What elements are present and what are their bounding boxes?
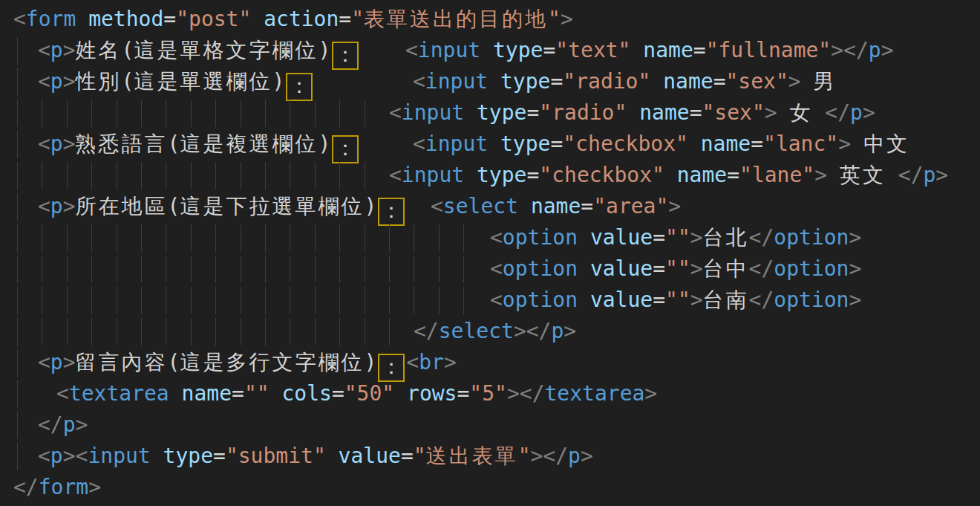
token-text (464, 163, 477, 187)
code-line-12[interactable]: <p>留言內容(這是多行文字欄位)：<br> (0, 347, 980, 378)
token-string: "text" (555, 38, 630, 62)
code-line-2[interactable]: <p>姓名(這是單格文字欄位)：<input type="text" name=… (0, 35, 980, 66)
code-segment: </form> (13, 472, 101, 503)
indent-guide (439, 287, 440, 314)
indent-guide (339, 318, 340, 346)
cjk-text: 台中 (703, 256, 749, 281)
indent-guide (191, 318, 192, 346)
token-attr: method (88, 7, 163, 31)
token-punct: > (668, 194, 681, 218)
token-text: 台南 (703, 288, 749, 312)
cjk-text: 英文 (840, 163, 886, 187)
indent-guide (241, 224, 241, 252)
code-line-13[interactable]: <textarea name="" cols="50" rows="5"></t… (0, 378, 980, 409)
token-punct: > (63, 194, 76, 218)
token-punct: > (444, 350, 457, 374)
token-text: = (457, 381, 469, 406)
indent-guide (463, 287, 464, 314)
indent-guide (141, 318, 142, 346)
indent-guide (67, 256, 68, 283)
indent-guide (365, 256, 365, 283)
token-tag: p (50, 69, 63, 94)
token-punct: < (406, 350, 419, 374)
token-attr: type (163, 444, 213, 468)
indent-guide (17, 193, 18, 221)
indent-guide (290, 287, 290, 314)
token-text (169, 381, 182, 406)
token-punct: > (849, 225, 861, 250)
code-segment: <input type="radio" name="sex"> 女 </p> (389, 97, 875, 129)
token-punct: > (814, 163, 827, 187)
indent-guide (42, 100, 42, 127)
code-line-16[interactable]: </form> (0, 472, 980, 503)
code-line-11[interactable]: </select></p> (0, 316, 980, 347)
indent-guide (215, 287, 216, 314)
token-punct: < (389, 163, 402, 187)
code-segment: <input type="checkbox" name="lane"> 英文 <… (389, 160, 948, 191)
token-text: = (690, 100, 702, 125)
indent-guide (389, 287, 390, 314)
indent-guide (290, 318, 290, 346)
indent-guide (365, 162, 365, 189)
token-tag: option (774, 225, 849, 250)
indent-guide (439, 224, 440, 252)
indent-guide (339, 100, 340, 127)
code-line-5[interactable]: <p>熟悉語言(這是複選欄位)：<input type="checkbox" n… (0, 129, 980, 160)
token-string: "" (244, 381, 270, 406)
cjk-text: 留言內容 (76, 350, 168, 374)
indent-guide (215, 224, 216, 252)
token-punct: ></ (831, 38, 869, 62)
token-punct: > (765, 100, 777, 125)
token-string: "" (665, 256, 690, 281)
code-segment: <option value="">台南</option> (490, 285, 861, 316)
code-line-1[interactable]: <form method="post" action="表單送出的目的地"> (0, 4, 980, 35)
indent-guide (17, 37, 18, 65)
indent-guide (339, 256, 340, 283)
indent-guide (290, 224, 290, 252)
token-punct: < (490, 256, 503, 281)
code-line-3[interactable]: <p>性別(這是單選欄位)：<input type="radio" name="… (0, 66, 980, 97)
indent-guide (117, 100, 117, 127)
token-tag: p (568, 444, 581, 468)
code-line-7[interactable]: <p>所在地區(這是下拉選單欄位)：<select name="area"> (0, 191, 980, 222)
token-punct: > (63, 38, 76, 62)
indent-guide (315, 162, 316, 189)
token-string: "表單送出的目的地" (351, 7, 561, 31)
indent-guide (17, 349, 18, 377)
token-punct: > (849, 288, 861, 312)
code-line-14[interactable]: </p> (0, 409, 980, 441)
token-attr: value (590, 288, 653, 312)
cjk-text: 性別 (76, 69, 122, 94)
token-punct: </ (749, 256, 774, 281)
indent-guide (365, 318, 365, 346)
code-line-6[interactable]: <input type="checkbox" name="lane"> 英文 <… (0, 160, 980, 191)
code-segment: <p>所在地區(這是下拉選單欄位)： (38, 191, 406, 226)
token-tag: p (50, 350, 63, 374)
code-line-4[interactable]: <input type="radio" name="sex"> 女 </p> (0, 97, 980, 129)
cjk-text: 台南 (703, 288, 749, 312)
indent-guide (365, 287, 365, 314)
code-editor[interactable]: <form method="post" action="表單送出的目的地"><p… (0, 0, 980, 506)
indent-guide (265, 224, 266, 252)
token-text (630, 38, 643, 62)
code-segment: <input type="checkbox" name="lanc"> 中文 (413, 129, 909, 160)
token-attr: type (500, 69, 550, 94)
code-line-10[interactable]: <option value="">台南</option> (0, 285, 980, 316)
token-text: 姓名(這是單格文字欄位) (76, 38, 331, 62)
indent-guide (17, 380, 18, 408)
indent-guide (117, 318, 117, 346)
cjk-text: 這是多行文字欄位 (180, 350, 364, 374)
token-punct: < (490, 288, 503, 312)
code-line-8[interactable]: <option value="">台北</option> (0, 222, 980, 253)
indent-guide (339, 287, 340, 314)
code-line-15[interactable]: <p><input type="submit" value="送出表單"></p… (0, 441, 980, 472)
code-line-9[interactable]: <option value="">台中</option> (0, 253, 980, 285)
token-punct: </ (749, 225, 774, 250)
indent-guide (166, 256, 166, 283)
token-text: = (550, 69, 563, 94)
token-tag: p (50, 444, 63, 468)
indent-guide (17, 162, 18, 189)
token-text (518, 194, 531, 218)
token-text: 中文 (851, 132, 909, 156)
token-tag: p (63, 412, 76, 437)
